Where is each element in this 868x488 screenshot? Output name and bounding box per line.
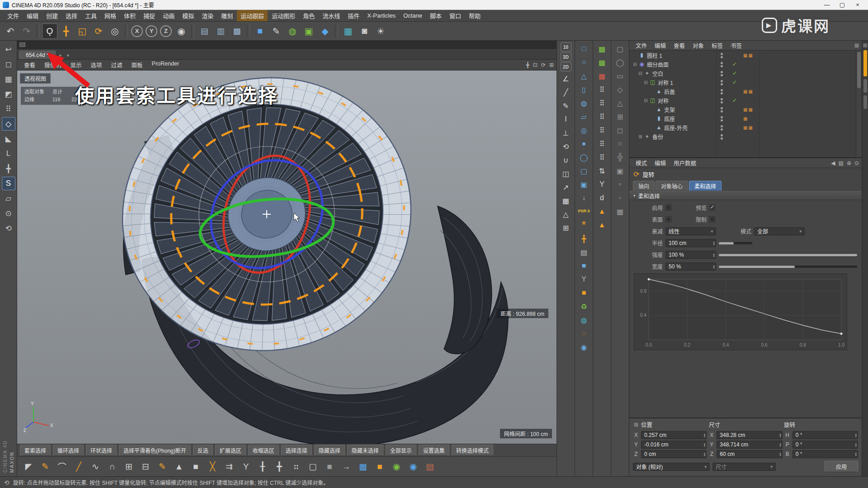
enabled-check-icon[interactable]: ✓	[732, 79, 737, 85]
object-manager-menu-item[interactable]: 书签	[727, 40, 745, 51]
object-manager-menu-item[interactable]: 查看	[670, 40, 689, 51]
points-mode-icon[interactable]: ⠿	[2, 102, 15, 116]
object-row[interactable]: ⊟ ⌖ 空白 ✓	[629, 69, 855, 78]
dock-tab-icon[interactable]	[863, 43, 867, 47]
orange-cube-icon[interactable]: ■	[577, 286, 591, 299]
recycle-icon[interactable]: ♻	[577, 300, 591, 313]
visibility-dots[interactable]	[721, 71, 723, 73]
plus-grid-icon[interactable]: ⊞	[559, 221, 573, 234]
menubar-item[interactable]: X-Particles	[363, 11, 399, 20]
size-mode-dropdown[interactable]: 尺寸▾	[712, 463, 776, 471]
attribute-menu-item[interactable]: 用户数据	[670, 158, 700, 168]
generator-menu[interactable]: ▣	[301, 23, 316, 39]
last-used-tool[interactable]: ◎	[107, 23, 123, 39]
snap-3d-icon[interactable]: 3D	[561, 52, 571, 61]
subdivision-surface-menu[interactable]: ◍	[285, 23, 300, 39]
tube-primitive-icon[interactable]: ▣	[577, 178, 591, 191]
rectangle-spline-icon[interactable]: ▢	[577, 164, 591, 177]
menubar-item[interactable]: 动画	[159, 10, 178, 21]
spinner[interactable]: ▴▾	[855, 433, 857, 437]
menubar-item[interactable]: 工具	[81, 10, 100, 21]
attribute-menu-item[interactable]: 模式	[632, 158, 651, 168]
expand-toggle-icon[interactable]: ⊟	[632, 62, 638, 67]
object-label[interactable]: 对称 1	[656, 79, 673, 86]
toolbar-separator[interactable]	[247, 24, 250, 38]
perspective-viewport[interactable]: 透视视图 选取对象总计 边缘1162262 使用套索工具进行选择 距离 : 92…	[17, 70, 557, 444]
menubar-item[interactable]: 编辑	[23, 10, 42, 21]
brick-tool-icon[interactable]: ▤	[422, 459, 438, 474]
falloff-dropdown[interactable]: 线性▾	[665, 227, 716, 235]
arrow-tool-icon[interactable]: →	[339, 459, 354, 474]
rotation-field[interactable]: 0 °▴▾	[793, 441, 858, 449]
menubar-item[interactable]: 流水线	[319, 10, 344, 21]
dock-tab-icon[interactable]	[863, 79, 867, 93]
texture-mode-icon[interactable]: ▦	[2, 72, 15, 86]
visibility-dots[interactable]	[721, 116, 723, 118]
spinner[interactable]: ▴▾	[704, 442, 706, 447]
rotate-tool[interactable]: ⟳	[91, 23, 106, 39]
torus-primitive-icon[interactable]: ◎	[577, 124, 591, 136]
palette-triangle-icon[interactable]: △	[613, 97, 627, 109]
toolbar-separator[interactable]	[125, 24, 128, 38]
visibility-dots[interactable]	[721, 80, 723, 82]
extrude-tool-icon[interactable]: ⊞	[121, 459, 137, 474]
selection-command-button[interactable]: 反选	[193, 445, 213, 456]
viewport-menu-item[interactable]: 过滤	[107, 60, 127, 70]
selection-command-button[interactable]: 选择连接	[281, 445, 312, 456]
selection-command-button[interactable]: 环状选择	[86, 445, 117, 456]
live-selection-icon[interactable]: ◤	[21, 459, 36, 474]
convert-selection-icon[interactable]: ↩	[2, 42, 15, 56]
render-picture-viewer-button[interactable]: ▥	[213, 23, 228, 39]
object-tags[interactable]: ▦▦	[743, 107, 754, 112]
visibility-dots[interactable]	[721, 62, 723, 64]
tab-list-icon[interactable]: ▾	[65, 53, 71, 59]
palette-small-icon[interactable]: ▫	[613, 178, 627, 191]
object-manager-menu-item[interactable]: 对象	[689, 40, 708, 51]
selection-command-button[interactable]: 套索选择	[20, 445, 51, 456]
visibility-dots[interactable]	[721, 98, 723, 100]
rotation-field[interactable]: 0 °▴▾	[793, 431, 858, 439]
visibility-dots[interactable]	[721, 107, 723, 109]
psr-reset-icon[interactable]: PSR 0	[577, 205, 591, 218]
dot-grid-icon-1[interactable]: ⠿	[595, 83, 609, 96]
axis-mode-icon[interactable]: L	[2, 147, 15, 160]
circle-spline-icon[interactable]: ◯	[577, 151, 591, 164]
cube-solid-tool-icon[interactable]: ■	[322, 459, 337, 474]
position-field[interactable]: -0.016 cm▴▾	[641, 441, 707, 449]
dot-sphere-icon[interactable]: ◌	[577, 327, 591, 340]
snap-enable-icon[interactable]: 10	[561, 42, 571, 52]
render-settings-button[interactable]: ▩	[229, 23, 245, 39]
spinner[interactable]: ▴▾	[713, 264, 715, 269]
magnet-snap-icon[interactable]: ∪	[559, 154, 573, 166]
falloff-curve-graph[interactable]: 0.00.20.40.60.81.00.80.4	[634, 273, 847, 350]
close-button[interactable]: ×	[850, 0, 865, 10]
palette-square-icon[interactable]: ▢	[613, 42, 627, 55]
enabled-check-icon[interactable]: ✓	[732, 61, 737, 67]
object-row[interactable]: ▮ 圆柱 1 ▦▦	[629, 51, 855, 60]
angle-snap-icon[interactable]: ∠	[559, 72, 573, 85]
spinner[interactable]: ▴▾	[713, 253, 715, 257]
palette-circle2-icon[interactable]: ○	[613, 137, 627, 150]
menubar-item[interactable]: 角色	[299, 10, 318, 21]
warning-triangle-icon[interactable]: ▲	[595, 205, 609, 218]
dots-tool-icon[interactable]: ⠶	[288, 459, 304, 474]
palette-square2-icon[interactable]: ◻	[613, 124, 627, 136]
om-filter-icon[interactable]: ⊞	[854, 42, 859, 49]
object-label[interactable]: 对称	[656, 97, 669, 104]
object-manager-menu-item[interactable]: 标签	[708, 40, 726, 51]
palette-diamond-icon[interactable]: ◇	[613, 83, 627, 96]
viewport-menu-item[interactable]: 面板	[127, 60, 147, 70]
y-split-tool-icon[interactable]: Y	[238, 459, 254, 474]
dot-grid-icon-5[interactable]: ⠿	[595, 137, 609, 150]
bridge-tool-icon[interactable]: ∩	[104, 459, 120, 474]
size-field[interactable]: 348.714 cm▴▾	[717, 441, 782, 449]
knife-tool-icon[interactable]: ╱	[71, 459, 86, 474]
history-icon[interactable]: ▤	[839, 160, 844, 166]
stitch-tool-icon[interactable]: ∿	[88, 459, 103, 474]
radius-field[interactable]: 100 cm ▴▾	[665, 239, 716, 247]
menubar-item[interactable]: 网格	[101, 10, 120, 21]
spline-pen-menu[interactable]: ✎	[269, 23, 284, 39]
visibility-dots[interactable]	[721, 134, 723, 136]
palette-grid-icon[interactable]: ⊞	[613, 110, 627, 123]
attribute-menu-item[interactable]: 编辑	[651, 158, 670, 168]
